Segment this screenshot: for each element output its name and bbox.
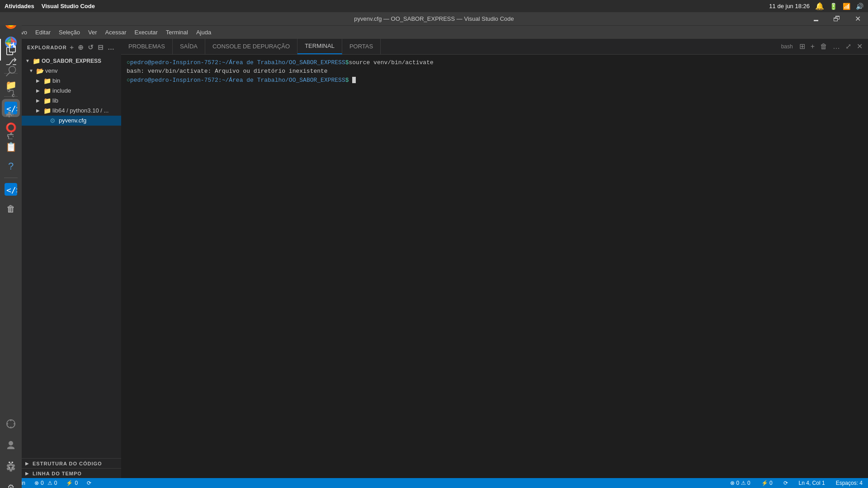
gnome-app-name: Visual Studio Code [42,3,95,9]
encoding-label: ⟳ [783,480,788,486]
more-actions-icon[interactable]: … [107,42,116,52]
code-structure-section[interactable]: ▶ Estrutura do código [22,458,121,468]
language-label: Espaços: 4 [836,480,863,486]
content-area: PROBLEMAS SAÍDA CONSOLE DE DEPURAÇÃO TER… [121,39,868,479]
venv-chevron: ▼ [29,68,36,73]
terminal-dollar-3: $ [345,76,349,85]
venv-folder-icon: 📂 [36,67,43,75]
gnome-volume-icon: 🔊 [856,3,863,10]
menu-ajuda[interactable]: Ajuda [193,27,215,38]
root-chevron: ▼ [25,58,33,63]
tab-debug-console-label: CONSOLE DE DEPURAÇÃO [212,43,290,50]
new-file-icon[interactable]: + [69,42,75,52]
venv-label: venv [45,67,57,74]
window-title: pyvenv.cfg — OO_SABOR_EXPRESS — Visual S… [354,15,514,22]
tree-bin[interactable]: ▶ 📁 bin [22,76,121,86]
statusbar-refresh[interactable]: ⟳ [85,478,93,488]
include-folder-icon: 📁 [43,87,51,94]
timeline-section[interactable]: ▶ Linha do tempo [22,468,121,478]
gnome-activities-button[interactable]: Atividades [5,3,34,9]
tab-ports[interactable]: PORTAS [342,39,381,54]
gnome-wifi-icon: 📶 [843,3,850,10]
new-folder-icon[interactable]: ⊕ [77,42,85,52]
activity-search[interactable] [0,61,22,82]
tab-problems-label: PROBLEMAS [128,43,165,50]
gnome-bell-icon[interactable]: 🔔 [815,2,824,10]
timeline-label: Linha do tempo [33,471,82,476]
eol-label: Ln 4, Col 1 [799,480,825,486]
statusbar-run[interactable]: ⚡ 0 [64,478,80,488]
sidebar-actions: + ⊕ ↺ ⊟ … [69,42,116,52]
terminal-kill-button[interactable]: 🗑 [818,41,829,52]
tree-lib[interactable]: ▶ 📁 lib [22,96,121,106]
terminal-add-button[interactable]: + [809,41,816,52]
terminal-maximize-button[interactable]: ⤢ [844,40,853,52]
menu-seleo[interactable]: Seleção [55,27,84,38]
spaces-label: ⚡ 0 [761,480,773,486]
root-folder-icon: 📁 [33,57,40,65]
statusbar-encoding[interactable]: ⟳ [782,478,790,488]
statusbar-line-col[interactable]: ⊗ 0 ⚠ 0 [728,478,752,488]
activity-run-debug[interactable] [0,104,22,126]
tree-lib64[interactable]: ▶ 📁 lib64 / python3.10 / ... [22,106,121,116]
project-root[interactable]: ▼ 📁 OO_SABOR_EXPRESS [22,56,121,66]
sidebar-header: Explorador + ⊕ ↺ ⊟ … [22,39,121,56]
tab-output-label: SAÍDA [180,43,198,50]
terminal-close-button[interactable]: ✕ [855,40,864,52]
menu-ver[interactable]: Ver [85,27,101,38]
terminal-tabs-bar: PROBLEMAS SAÍDA CONSOLE DE DEPURAÇÃO TER… [121,39,868,55]
statusbar-eol[interactable]: Ln 4, Col 1 [797,478,827,488]
terminal-prompt-3: ○ [127,76,130,85]
taskbar-help[interactable]: ? [2,157,20,175]
maximize-button[interactable]: 🗗 [826,12,847,26]
statusbar-right: ⊗ 0 ⚠ 0 ⚡ 0 ⟳ Ln 4, Col 1 Espaços: 4 [728,478,868,488]
pyvenv-file-icon: ⚙ [50,117,57,124]
menu-executar[interactable]: Executar [131,27,161,38]
tab-output[interactable]: SAÍDA [173,39,205,54]
menubar: ArquivoEditarSeleçãoVerAcessarExecutarTe… [0,25,868,38]
refresh-icon[interactable]: ↺ [87,42,95,52]
collapse-icon[interactable]: ⊟ [97,42,105,52]
terminal-content[interactable]: ○ pedro@pedro-Inspiron-7572:~/Área de Tr… [121,55,868,479]
terminal-error: bash: venv/bin/activate: Arquivo ou dire… [127,67,328,76]
statusbar-language[interactable]: Espaços: 4 [834,478,864,488]
activity-remote[interactable] [0,413,22,435]
gnome-clock: 11 de jun 18:26 [769,3,810,9]
lib-chevron: ▶ [36,98,43,103]
gnome-top-bar: Atividades Visual Studio Code 11 de jun … [0,0,868,12]
tree-include[interactable]: ▶ 📁 include [22,86,121,96]
run-icon: ⚡ [66,480,73,486]
statusbar-errors[interactable]: ⊗ 0 ⚠ 0 [33,478,59,488]
window-controls: 🗕 🗗 ✕ [806,12,868,25]
terminal-split-button[interactable]: ⊞ [797,40,807,52]
terminal-path-3: pedro@pedro-Inspiron-7572:~/Área de Trab… [130,76,345,85]
activity-account[interactable] [0,435,22,456]
terminal-more-button[interactable]: … [831,41,842,52]
activity-source-control[interactable] [0,82,22,104]
menu-acessar[interactable]: Acessar [102,27,130,38]
activity-settings[interactable] [0,456,22,478]
tree-venv[interactable]: ▼ 📂 venv [22,66,121,76]
statusbar-spaces[interactable]: ⚡ 0 [760,478,774,488]
activity-explorer[interactable] [0,39,22,61]
taskbar-settings[interactable]: ⚙ [2,479,20,488]
tab-problems[interactable]: PROBLEMAS [121,39,173,54]
main-layout: Explorador + ⊕ ↺ ⊟ … ▼ 📁 OO_SABOR_EXPRES… [0,39,868,479]
taskbar-vscode2[interactable]: </> [2,180,20,198]
minimize-button[interactable]: 🗕 [806,12,826,26]
gnome-battery-icon: 🔋 [830,3,837,10]
bin-label: bin [52,77,60,84]
gnome-top-right: 11 de jun 18:26 🔔 🔋 📶 🔊 [769,2,863,10]
sidebar-title: Explorador [27,45,67,50]
menu-terminal[interactable]: Terminal [162,27,192,38]
tree-pyvenv[interactable]: ⚙ pyvenv.cfg [22,116,121,126]
taskbar-trash[interactable]: 🗑 [2,200,20,218]
tab-terminal[interactable]: TERMINAL [297,39,342,54]
tab-debug-console[interactable]: CONSOLE DE DEPURAÇÃO [205,39,297,54]
close-button[interactable]: ✕ [847,12,868,26]
terminal-prompt-1: ○ [127,58,130,67]
menu-editar[interactable]: Editar [32,27,54,38]
terminal-dollar-1: $ [345,58,349,67]
activity-extensions[interactable] [0,126,22,147]
errors-icon: ⊗ [34,480,39,486]
